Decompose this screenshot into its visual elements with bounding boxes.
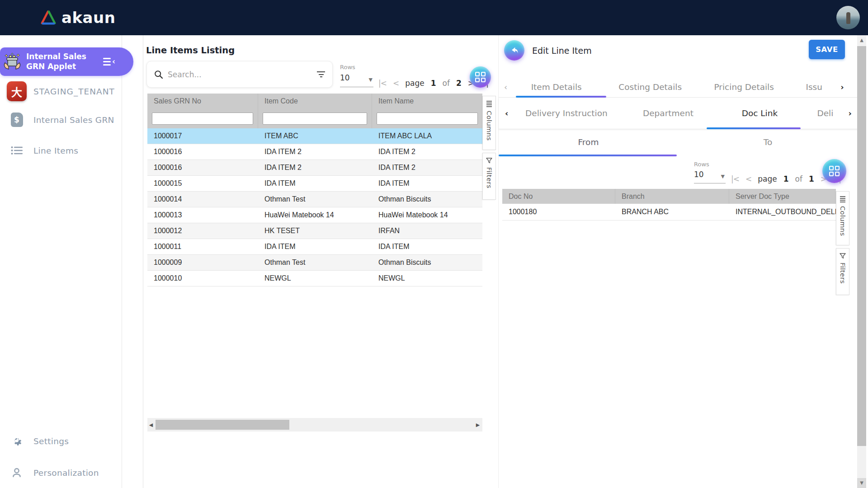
table-row[interactable]: 1000015IDA ITEMIDA ITEM [147, 176, 482, 192]
tab-from[interactable]: From [499, 129, 678, 157]
edit-line-item-panel: Edit Line Item SAVE ‹ Item Details Costi… [498, 35, 857, 488]
sidebar-item-tenant[interactable]: 大 STAGING_TENANT [0, 80, 122, 102]
subtab-doc-link[interactable]: Doc Link [714, 108, 805, 118]
search-icon [154, 70, 163, 79]
back-button[interactable] [504, 40, 524, 61]
akaun-triangle-icon [40, 10, 57, 25]
first-page-button[interactable]: |< [731, 174, 739, 183]
page-total: 1 [809, 174, 814, 183]
grid-icon [829, 166, 840, 176]
list-icon [0, 145, 33, 155]
applet-header[interactable]: Internal Sales GRN Applet ‹ [0, 47, 133, 76]
column-header-server-doc-type[interactable]: Server Doc Type [729, 189, 836, 204]
prev-page-button[interactable]: < [745, 174, 751, 183]
sidebar-item-label: STAGING_TENANT [33, 87, 115, 96]
chevron-down-icon: ▼ [369, 77, 373, 83]
sidebar-collapse-icon[interactable]: ‹ [103, 58, 115, 66]
person-icon [0, 467, 33, 479]
funnel-icon [840, 253, 846, 259]
table-row[interactable]: 1000010NEWGLNEWGL [147, 271, 482, 286]
vertical-scrollbar[interactable]: ▲ ▼ [857, 35, 866, 488]
grid-icon [475, 72, 486, 82]
table-row[interactable]: 1000011IDA ITEMIDA ITEM [147, 239, 482, 255]
akaun-logo[interactable]: akaun [40, 9, 115, 27]
rows-per-page-select[interactable]: 10 ▼ [694, 170, 726, 179]
column-header-sales-grn-no[interactable]: Sales GRN No [147, 94, 258, 109]
page-current: 1 [783, 174, 789, 183]
tab-to[interactable]: To [678, 129, 858, 157]
tabs-scroll-left-icon[interactable]: ‹ [501, 82, 510, 92]
table-row[interactable]: 1000016IDA ITEM 2IDA ITEM 2 [147, 144, 482, 160]
tab-issue[interactable]: Issu [790, 82, 838, 92]
sidebar-item-line-items[interactable]: Line Items [0, 140, 122, 161]
column-header-branch[interactable]: Branch [615, 189, 729, 204]
filters-side-tab[interactable]: Filters [482, 153, 496, 200]
first-page-button[interactable]: |< [378, 79, 387, 88]
table-row[interactable]: 1000014Othman TestOthman Biscuits [147, 192, 482, 207]
table-row[interactable]: 1000012HK TESETIRFAN [147, 223, 482, 239]
columns-side-tab[interactable]: Columns [482, 96, 496, 150]
filter-input-item-code[interactable] [263, 113, 367, 125]
chevron-down-icon: ▼ [721, 174, 725, 179]
column-header-item-name[interactable]: Item Name [372, 94, 482, 109]
search-input[interactable] [168, 70, 317, 79]
horizontal-scrollbar[interactable]: ◀ ▶ [147, 418, 482, 432]
rows-per-page-select[interactable]: 10 ▼ [340, 73, 373, 82]
filters-side-tab[interactable]: Filters [836, 248, 849, 295]
tab-costing-details[interactable]: Costing Details [603, 82, 698, 92]
applet-title: Internal Sales GRN Applet [26, 52, 102, 71]
table-row[interactable]: 1000180 BRANCH ABC INTERNAL_OUTBOUND_DEL… [502, 204, 836, 221]
back-arrow-icon [509, 46, 519, 56]
tabs-scroll-right-icon[interactable]: › [838, 82, 846, 92]
subtab-delivery[interactable]: Deli [805, 108, 845, 118]
scroll-down-icon[interactable]: ▼ [857, 478, 866, 488]
of-label: of [795, 174, 802, 183]
filter-input-item-name[interactable] [377, 113, 478, 125]
logo-text: akaun [61, 9, 115, 27]
listing-title: Line Items Listing [146, 45, 235, 56]
grid-view-button[interactable] [470, 66, 491, 88]
active-direction-underline [499, 155, 677, 156]
page-current: 1 [431, 79, 436, 88]
subtab-delivery-instruction[interactable]: Delivery Instruction [511, 108, 622, 118]
rows-per-page-label: Rows [340, 64, 355, 70]
line-items-listing-panel: Line Items Listing Rows 10 ▼ |< < page 1… [143, 35, 497, 488]
sidebar-item-label: Line Items [33, 146, 78, 155]
subtabs-scroll-left-icon[interactable]: ‹ [502, 108, 511, 118]
table-row[interactable]: 1000009Othman TestOthman Biscuits [147, 255, 482, 271]
scrollbar-thumb[interactable] [156, 420, 289, 430]
sidebar: Internal Sales GRN Applet ‹ 大 STAGING_TE… [0, 35, 122, 488]
table-row[interactable]: 1000017ITEM ABCITEM ABC LALA [147, 128, 482, 144]
column-header-doc-no[interactable]: Doc No [502, 189, 615, 204]
columns-side-tab[interactable]: Columns [836, 191, 849, 245]
tab-pricing-details[interactable]: Pricing Details [698, 82, 790, 92]
scrollbar-thumb[interactable] [857, 46, 866, 446]
save-button[interactable]: SAVE [809, 40, 845, 59]
table-header: Sales GRN No Item Code Item Name [147, 94, 482, 109]
prev-page-button[interactable]: < [393, 79, 399, 88]
search-bar [146, 61, 333, 88]
table-row[interactable]: 1000013HuaWei Matebook 14HuaWei Matebook… [147, 207, 482, 223]
sidebar-item-settings[interactable]: Settings [0, 430, 122, 452]
subtabs-scroll-right-icon[interactable]: › [845, 108, 854, 118]
sidebar-item-internal-sales-grn[interactable]: $ Internal Sales GRN [0, 109, 122, 131]
filter-input-sales-grn-no[interactable] [152, 113, 253, 125]
scroll-up-icon[interactable]: ▲ [857, 35, 866, 45]
sidebar-item-personalization[interactable]: Personalization [0, 462, 122, 483]
grip-icon [486, 101, 492, 107]
applet-gift-icon [0, 52, 24, 72]
tab-item-details[interactable]: Item Details [510, 82, 603, 92]
document-dollar-icon: $ [0, 113, 33, 127]
scroll-right-icon[interactable]: ▶ [474, 422, 481, 428]
user-avatar[interactable] [836, 6, 860, 29]
scroll-left-icon[interactable]: ◀ [147, 422, 155, 428]
column-header-item-code[interactable]: Item Code [258, 94, 372, 109]
sidebar-item-label: Settings [33, 436, 69, 446]
editor-title: Edit Line Item [532, 46, 592, 56]
table-row[interactable]: 1000016IDA ITEM 2IDA ITEM 2 [147, 160, 482, 176]
app-root: akaun Internal Sales GRN Applet [0, 0, 868, 488]
grid-view-button[interactable] [822, 159, 846, 183]
table-header: Doc No Branch Server Doc Type [502, 189, 836, 204]
sort-filter-icon[interactable] [317, 71, 325, 77]
subtab-department[interactable]: Department [622, 108, 714, 118]
